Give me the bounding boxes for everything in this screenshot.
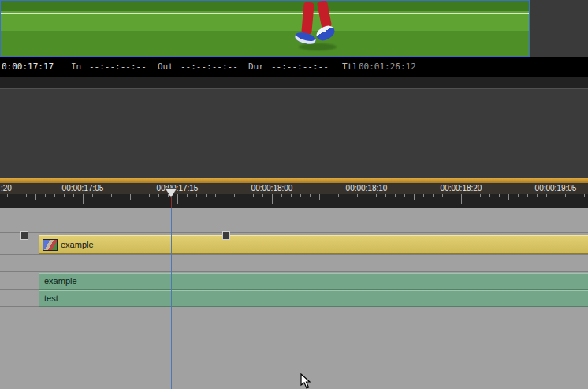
frame-tick — [196, 194, 197, 197]
playhead-handle[interactable] — [166, 189, 177, 197]
in-label: In — [71, 57, 81, 77]
track-divider — [0, 271, 588, 272]
frame-tick — [102, 194, 102, 197]
frame-tick — [527, 194, 528, 197]
ruler-label: 00:00:19:05 — [535, 184, 577, 193]
ruler-label: 00:00:17:15 — [157, 184, 199, 193]
separator-band — [0, 77, 588, 88]
frame-tick — [111, 194, 112, 197]
frame-tick — [546, 194, 547, 197]
ttl-value: 00:01:26:12 — [359, 57, 416, 77]
current-timecode: 0:00:17:17 — [2, 57, 54, 77]
frame-tick — [45, 194, 46, 197]
dur-value: --:--:--:-- — [271, 57, 329, 77]
frame-tick — [404, 194, 405, 197]
frame-tick — [565, 194, 566, 197]
frame-tick — [556, 194, 556, 204]
frame-tick — [206, 194, 207, 197]
frame-tick-strip — [0, 194, 588, 208]
out-value: --:--:--:-- — [180, 57, 238, 77]
frame-tick — [281, 194, 282, 197]
frame-tick — [35, 194, 36, 200]
ruler-label: 00:00:17:05 — [62, 184, 104, 193]
preview-zone — [0, 0, 588, 57]
timecode-status-bar: 0:00:17:17 In --:--:--:-- Out --:--:--:-… — [0, 57, 588, 77]
frame-tick — [423, 194, 424, 197]
playhead-line-upper — [171, 197, 172, 208]
track-divider — [0, 254, 588, 255]
frame-tick — [158, 194, 159, 197]
clip-label: test — [44, 291, 58, 306]
frame-tick — [187, 194, 188, 197]
video-editor-window: 0:00:17:17 In --:--:--:-- Out --:--:--:-… — [0, 0, 588, 389]
out-label: Out — [158, 57, 173, 77]
frame-tick — [262, 194, 263, 197]
frame-tick — [121, 194, 121, 197]
ttl-label: Ttl — [342, 57, 358, 77]
frame-tick — [234, 194, 235, 197]
frame-tick — [461, 194, 462, 204]
frame-tick — [83, 194, 84, 204]
frame-tick — [471, 194, 471, 197]
frame-tick — [215, 194, 216, 197]
clip-label: example — [61, 236, 94, 253]
ruler-label-partial: :20 — [1, 184, 12, 193]
frame-tick — [480, 194, 481, 197]
frame-tick — [310, 194, 311, 197]
frame-tick — [414, 194, 415, 200]
track-divider — [0, 232, 588, 233]
frame-tick — [518, 194, 519, 197]
frame-tick — [272, 194, 273, 204]
frame-tick — [140, 194, 140, 197]
frame-tick — [73, 194, 74, 197]
timeline-ruler[interactable]: :20 00:00:17:05 00:00:17:15 00:00:18:00 … — [0, 178, 588, 194]
frame-tick — [489, 194, 490, 197]
ruler-label: 00:00:18:10 — [346, 184, 388, 193]
frame-tick — [225, 194, 225, 200]
ruler-label: 00:00:18:20 — [441, 184, 482, 193]
field-line — [1, 13, 529, 14]
audio-clip-example[interactable]: example — [39, 273, 588, 290]
ruler-label: 00:00:18:00 — [251, 184, 293, 193]
frame-tick — [395, 194, 396, 197]
frame-tick — [149, 194, 150, 197]
frame-tick — [319, 194, 320, 200]
playhead-line — [171, 208, 172, 389]
frame-tick — [130, 194, 131, 200]
frame-tick — [7, 194, 8, 197]
video-clip-example[interactable]: example — [39, 235, 588, 254]
frame-tick — [17, 194, 17, 197]
frame-tick — [433, 194, 434, 197]
frame-tick — [376, 194, 377, 197]
frame-tick — [26, 194, 27, 197]
frame-tick — [499, 194, 500, 197]
frame-tick — [442, 194, 443, 197]
track-area: example example test — [0, 208, 588, 389]
frame-tick — [253, 194, 254, 197]
frame-tick — [452, 194, 452, 197]
frame-tick — [537, 194, 538, 197]
toolbar-zone: ▾ ▾ ■ ◀◀ ◀ ▶ ▶ ▶▶ ↻ ▾ ⇤ ⇥ ▶| ▾ ▾ × [×] ↶… — [0, 88, 588, 179]
frame-tick — [348, 194, 348, 197]
in-value: --:--:--:-- — [89, 57, 147, 77]
frame-tick — [291, 194, 292, 197]
clip-label: example — [44, 274, 77, 289]
frame-tick — [54, 194, 55, 197]
dur-label: Dur — [248, 57, 264, 77]
frame-tick — [92, 194, 93, 197]
audio-clip-test[interactable]: test — [39, 290, 588, 307]
frame-tick — [338, 194, 339, 197]
frame-tick — [300, 194, 301, 197]
frame-tick — [64, 194, 65, 197]
clip-thumbnail-icon — [43, 239, 58, 251]
frame-tick — [367, 194, 367, 204]
frame-tick — [508, 194, 509, 200]
video-preview — [0, 0, 530, 57]
frame-tick — [385, 194, 386, 197]
frame-tick — [575, 194, 575, 197]
frame-tick — [329, 194, 329, 197]
frame-tick — [177, 194, 178, 204]
frame-tick — [357, 194, 358, 197]
frame-tick — [584, 194, 585, 197]
frame-tick — [244, 194, 244, 197]
